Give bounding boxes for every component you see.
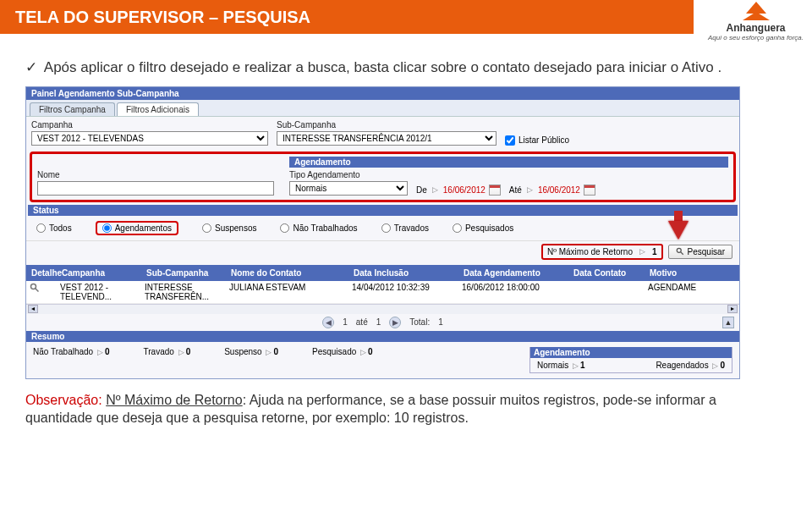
nome-input[interactable] [37, 181, 274, 196]
cell-sub: INTERESSE TRANSFERÊN... [141, 281, 226, 303]
pager: ◀ 1 até 1 ▶ Total: 1 ▲ [26, 314, 739, 331]
cell-contato [568, 281, 645, 303]
th-nome: Nome do Contato [228, 267, 350, 279]
note-paragraph: Observação: Nº Máximo de Retorno: Ajuda … [25, 391, 740, 427]
agendamento-section: Agendamento [289, 157, 728, 168]
nome-label: Nome [37, 170, 274, 179]
cell-nome: JULIANA ESTEVAM [226, 281, 348, 303]
resumo-agend-title: Agendamento [530, 347, 732, 358]
svg-point-2 [31, 284, 36, 289]
radio-todos[interactable]: Todos [36, 223, 72, 233]
highlight-agendamentos: Agendamentos [96, 221, 178, 235]
check-icon: ✓ [25, 59, 37, 75]
cell-inclusao: 14/04/2012 10:32:39 [348, 281, 458, 303]
pager-total: 1 [438, 317, 443, 327]
tab-filtros-adicionais[interactable]: Filtros Adicionais [117, 102, 199, 116]
subcampanha-label: Sub-Campanha [277, 120, 497, 130]
table-row[interactable]: VEST 2012 - TELEVEND... INTERESSE TRANSF… [26, 281, 739, 304]
resumo-body: Não Trabalhado ▷0 Travado ▷0 Suspenso ▷0… [26, 342, 739, 378]
table-header: Detalhe Campanha Sub-Campanha Nome do Co… [26, 265, 739, 281]
collapse-up-icon[interactable]: ▲ [722, 317, 734, 328]
resumo-reagend: Reagendados ▷0 [656, 361, 725, 370]
cell-agend: 16/06/2012 18:00:00 [458, 281, 568, 303]
campanha-select[interactable]: VEST 2012 - TELEVENDAS [31, 131, 268, 146]
tipo-select[interactable]: Normais [289, 181, 408, 196]
calendar-icon[interactable] [489, 185, 501, 196]
ate-value[interactable]: 16/06/2012 [538, 185, 580, 195]
scroll-left-icon[interactable]: ◂ [28, 305, 38, 313]
th-detalhe: Detalhe [28, 267, 58, 279]
radio-label: Agendamentos [115, 223, 172, 233]
row-campanha: Campanha VEST 2012 - TELEVENDAS Sub-Camp… [26, 117, 739, 149]
listar-publico-label: Listar Público [518, 135, 569, 145]
campanha-label: Campanha [31, 120, 268, 130]
resumo-nao-trab: Não Trabalhado ▷0 [33, 347, 110, 356]
listar-publico-input[interactable] [505, 135, 515, 146]
app-screenshot: Painel Agendamento Sub-Campanha Filtros … [25, 86, 740, 379]
pager-page: 1 [343, 317, 348, 327]
max-retorno-label: Nº Máximo de Retorno [547, 247, 633, 256]
status-radios: Todos Agendamentos Suspensos Não Trabalh… [26, 216, 739, 240]
cell-campanha: VEST 2012 - TELEVEND... [57, 281, 141, 303]
logo-slogan: Aqui o seu esforço ganha força. [708, 34, 804, 41]
resumo-pesquisado: Pesquisado ▷0 [312, 347, 373, 356]
ate-label: Até [509, 185, 522, 195]
svg-point-0 [677, 249, 681, 253]
resumo-normais: Normais ▷1 [537, 361, 585, 370]
de-value[interactable]: 16/06/2012 [443, 185, 486, 195]
th-subcampanha: Sub-Campanha [143, 267, 228, 279]
radio-suspensos[interactable]: Suspensos [202, 223, 256, 233]
h-scrollbar[interactable]: ◂ ▸ [26, 304, 739, 314]
pesquisar-label: Pesquisar [688, 247, 725, 256]
arrow-icon: ▷ [639, 247, 645, 256]
intro-paragraph: ✓ Após aplicar o filtro desejado e reali… [25, 58, 787, 78]
panel-title: Painel Agendamento Sub-Campanha [26, 87, 739, 100]
radio-label: Pesquisados [465, 223, 513, 233]
page-title: TELA DO SUPERVISOR – PESQUISA [15, 8, 310, 27]
radio-agendamentos[interactable]: Agendamentos [102, 223, 172, 233]
cell-motivo: AGENDAME [645, 281, 721, 303]
tabs: Filtros Campanha Filtros Adicionais [26, 100, 739, 117]
detail-icon[interactable] [26, 281, 57, 303]
intro-text: Após aplicar o filtro desejado e realiza… [44, 59, 721, 75]
radio-label: Suspensos [215, 223, 256, 233]
th-agendamento: Data Agendamento [460, 267, 570, 279]
resumo-left: Não Trabalhado ▷0 Travado ▷0 Suspenso ▷0… [33, 347, 373, 356]
pager-prev-button[interactable]: ◀ [322, 317, 334, 328]
radio-pesquisados[interactable]: Pesquisados [453, 223, 513, 233]
pager-pages: 1 [376, 317, 381, 327]
pointer-arrow-icon [668, 221, 689, 240]
radio-nao-trabalhados[interactable]: Não Trabalhados [280, 223, 357, 233]
status-section: Status [28, 205, 738, 216]
resumo-travado: Travado ▷0 [144, 347, 191, 356]
subcampanha-select[interactable]: INTERESSE TRANSFERÊNCIA 2012/1 [277, 131, 497, 146]
resumo-suspenso: Suspenso ▷0 [224, 347, 278, 356]
pesquisar-button[interactable]: Pesquisar [668, 245, 732, 259]
max-retorno-value[interactable]: 1 [652, 247, 657, 256]
logo-triangle-icon [743, 12, 770, 20]
pager-next-button[interactable]: ▶ [389, 317, 401, 328]
th-contato: Data Contato [570, 267, 646, 279]
search-icon [30, 283, 40, 293]
scroll-right-icon[interactable]: ▸ [727, 305, 738, 313]
svg-line-3 [36, 289, 39, 292]
arrow-icon: ▷ [432, 185, 438, 194]
pager-total-label: Total: [409, 317, 430, 327]
logo-text: Anhanguera [708, 22, 804, 34]
de-label: De [416, 185, 427, 195]
tipo-label: Tipo Agendamento [289, 170, 408, 179]
th-campanha: Campanha [58, 267, 143, 279]
resumo-agendamento: Agendamento Normais ▷1 Reagendados ▷0 [529, 347, 732, 373]
listar-publico-checkbox[interactable]: Listar Público [505, 135, 569, 146]
radio-label: Todos [49, 223, 72, 233]
search-icon [676, 247, 684, 256]
radio-travados[interactable]: Travados [381, 223, 429, 233]
tab-filtros-campanha[interactable]: Filtros Campanha [30, 102, 115, 116]
calendar-icon[interactable] [584, 185, 595, 196]
radio-label: Travados [394, 223, 429, 233]
pager-ate: até [356, 317, 368, 327]
search-row: Nº Máximo de Retorno ▷ 1 Pesquisar [26, 240, 739, 265]
brand-logo: Anhanguera Aqui o seu esforço ganha forç… [708, 2, 804, 41]
resumo-section: Resumo [26, 331, 739, 342]
radio-label: Não Trabalhados [293, 223, 357, 233]
